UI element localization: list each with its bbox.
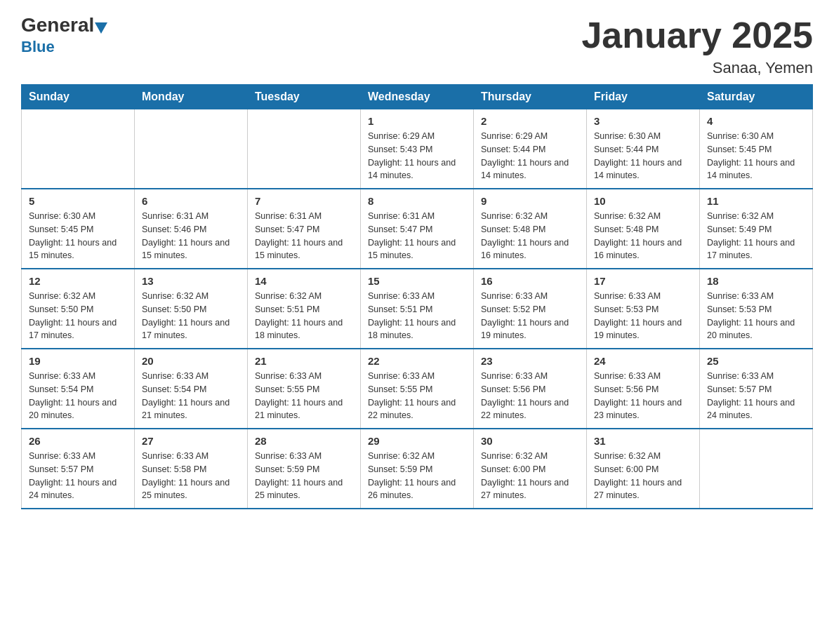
logo: General Blue	[21, 14, 107, 56]
day-number: 31	[594, 435, 692, 447]
calendar-day-14: 14Sunrise: 6:32 AM Sunset: 5:51 PM Dayli…	[248, 269, 361, 349]
day-info: Sunrise: 6:33 AM Sunset: 5:57 PM Dayligh…	[29, 450, 127, 502]
calendar-day-11: 11Sunrise: 6:32 AM Sunset: 5:49 PM Dayli…	[700, 189, 813, 269]
calendar-day-21: 21Sunrise: 6:33 AM Sunset: 5:55 PM Dayli…	[248, 349, 361, 429]
day-number: 3	[594, 115, 692, 127]
calendar-day-7: 7Sunrise: 6:31 AM Sunset: 5:47 PM Daylig…	[248, 189, 361, 269]
calendar-day-15: 15Sunrise: 6:33 AM Sunset: 5:51 PM Dayli…	[361, 269, 474, 349]
title-area: January 2025 Sanaa, Yemen	[581, 14, 813, 77]
day-info: Sunrise: 6:32 AM Sunset: 5:51 PM Dayligh…	[255, 290, 353, 342]
calendar-day-4: 4Sunrise: 6:30 AM Sunset: 5:45 PM Daylig…	[700, 109, 813, 189]
calendar-empty-cell	[248, 109, 361, 189]
day-number: 28	[255, 435, 353, 447]
day-number: 30	[481, 435, 579, 447]
day-info: Sunrise: 6:32 AM Sunset: 5:50 PM Dayligh…	[142, 290, 240, 342]
day-info: Sunrise: 6:32 AM Sunset: 6:00 PM Dayligh…	[594, 450, 692, 502]
calendar-day-18: 18Sunrise: 6:33 AM Sunset: 5:53 PM Dayli…	[700, 269, 813, 349]
day-header-tuesday: Tuesday	[248, 85, 361, 109]
day-number: 6	[142, 195, 240, 207]
day-info: Sunrise: 6:32 AM Sunset: 5:48 PM Dayligh…	[594, 210, 692, 262]
day-info: Sunrise: 6:33 AM Sunset: 5:51 PM Dayligh…	[368, 290, 466, 342]
calendar-day-28: 28Sunrise: 6:33 AM Sunset: 5:59 PM Dayli…	[248, 429, 361, 509]
day-info: Sunrise: 6:31 AM Sunset: 5:46 PM Dayligh…	[142, 210, 240, 262]
day-number: 13	[142, 275, 240, 287]
day-number: 14	[255, 275, 353, 287]
day-number: 21	[255, 355, 353, 367]
day-number: 27	[142, 435, 240, 447]
calendar-day-30: 30Sunrise: 6:32 AM Sunset: 6:00 PM Dayli…	[474, 429, 587, 509]
day-info: Sunrise: 6:33 AM Sunset: 5:59 PM Dayligh…	[255, 450, 353, 502]
calendar-table: SundayMondayTuesdayWednesdayThursdayFrid…	[21, 84, 813, 509]
day-number: 9	[481, 195, 579, 207]
day-number: 26	[29, 435, 127, 447]
calendar-day-22: 22Sunrise: 6:33 AM Sunset: 5:55 PM Dayli…	[361, 349, 474, 429]
day-info: Sunrise: 6:31 AM Sunset: 5:47 PM Dayligh…	[368, 210, 466, 262]
calendar-day-3: 3Sunrise: 6:30 AM Sunset: 5:44 PM Daylig…	[587, 109, 700, 189]
day-number: 12	[29, 275, 127, 287]
day-number: 19	[29, 355, 127, 367]
calendar-day-12: 12Sunrise: 6:32 AM Sunset: 5:50 PM Dayli…	[22, 269, 135, 349]
day-info: Sunrise: 6:33 AM Sunset: 5:54 PM Dayligh…	[29, 370, 127, 422]
day-number: 2	[481, 115, 579, 127]
day-info: Sunrise: 6:30 AM Sunset: 5:45 PM Dayligh…	[707, 130, 805, 182]
day-number: 15	[368, 275, 466, 287]
calendar-title: January 2025	[581, 14, 813, 56]
calendar-day-1: 1Sunrise: 6:29 AM Sunset: 5:43 PM Daylig…	[361, 109, 474, 189]
logo-general-text: General	[21, 14, 94, 36]
calendar-week-row: 1Sunrise: 6:29 AM Sunset: 5:43 PM Daylig…	[22, 109, 813, 189]
calendar-week-row: 5Sunrise: 6:30 AM Sunset: 5:45 PM Daylig…	[22, 189, 813, 269]
day-number: 1	[368, 115, 466, 127]
calendar-day-5: 5Sunrise: 6:30 AM Sunset: 5:45 PM Daylig…	[22, 189, 135, 269]
logo-triangle-icon	[95, 22, 107, 34]
calendar-empty-cell	[700, 429, 813, 509]
day-header-sunday: Sunday	[22, 85, 135, 109]
day-number: 5	[29, 195, 127, 207]
day-header-thursday: Thursday	[474, 85, 587, 109]
day-info: Sunrise: 6:33 AM Sunset: 5:55 PM Dayligh…	[368, 370, 466, 422]
calendar-day-31: 31Sunrise: 6:32 AM Sunset: 6:00 PM Dayli…	[587, 429, 700, 509]
day-number: 17	[594, 275, 692, 287]
day-number: 16	[481, 275, 579, 287]
day-number: 7	[255, 195, 353, 207]
day-number: 10	[594, 195, 692, 207]
calendar-day-13: 13Sunrise: 6:32 AM Sunset: 5:50 PM Dayli…	[135, 269, 248, 349]
day-info: Sunrise: 6:32 AM Sunset: 5:48 PM Dayligh…	[481, 210, 579, 262]
day-header-monday: Monday	[135, 85, 248, 109]
calendar-day-20: 20Sunrise: 6:33 AM Sunset: 5:54 PM Dayli…	[135, 349, 248, 429]
calendar-day-2: 2Sunrise: 6:29 AM Sunset: 5:44 PM Daylig…	[474, 109, 587, 189]
calendar-day-8: 8Sunrise: 6:31 AM Sunset: 5:47 PM Daylig…	[361, 189, 474, 269]
day-header-saturday: Saturday	[700, 85, 813, 109]
calendar-day-9: 9Sunrise: 6:32 AM Sunset: 5:48 PM Daylig…	[474, 189, 587, 269]
page-header: General Blue January 2025 Sanaa, Yemen	[21, 14, 813, 77]
calendar-week-row: 19Sunrise: 6:33 AM Sunset: 5:54 PM Dayli…	[22, 349, 813, 429]
day-number: 29	[368, 435, 466, 447]
day-info: Sunrise: 6:32 AM Sunset: 5:50 PM Dayligh…	[29, 290, 127, 342]
day-info: Sunrise: 6:33 AM Sunset: 5:53 PM Dayligh…	[707, 290, 805, 342]
calendar-day-23: 23Sunrise: 6:33 AM Sunset: 5:56 PM Dayli…	[474, 349, 587, 429]
calendar-day-29: 29Sunrise: 6:32 AM Sunset: 5:59 PM Dayli…	[361, 429, 474, 509]
day-number: 4	[707, 115, 805, 127]
day-info: Sunrise: 6:33 AM Sunset: 5:56 PM Dayligh…	[481, 370, 579, 422]
day-info: Sunrise: 6:30 AM Sunset: 5:45 PM Dayligh…	[29, 210, 127, 262]
day-info: Sunrise: 6:33 AM Sunset: 5:55 PM Dayligh…	[255, 370, 353, 422]
day-info: Sunrise: 6:33 AM Sunset: 5:52 PM Dayligh…	[481, 290, 579, 342]
calendar-day-24: 24Sunrise: 6:33 AM Sunset: 5:56 PM Dayli…	[587, 349, 700, 429]
day-info: Sunrise: 6:33 AM Sunset: 5:53 PM Dayligh…	[594, 290, 692, 342]
day-number: 18	[707, 275, 805, 287]
day-number: 22	[368, 355, 466, 367]
day-number: 24	[594, 355, 692, 367]
day-info: Sunrise: 6:33 AM Sunset: 5:54 PM Dayligh…	[142, 370, 240, 422]
day-header-wednesday: Wednesday	[361, 85, 474, 109]
calendar-day-25: 25Sunrise: 6:33 AM Sunset: 5:57 PM Dayli…	[700, 349, 813, 429]
day-number: 11	[707, 195, 805, 207]
day-info: Sunrise: 6:33 AM Sunset: 5:56 PM Dayligh…	[594, 370, 692, 422]
day-info: Sunrise: 6:29 AM Sunset: 5:43 PM Dayligh…	[368, 130, 466, 182]
day-info: Sunrise: 6:32 AM Sunset: 6:00 PM Dayligh…	[481, 450, 579, 502]
calendar-week-row: 26Sunrise: 6:33 AM Sunset: 5:57 PM Dayli…	[22, 429, 813, 509]
calendar-day-16: 16Sunrise: 6:33 AM Sunset: 5:52 PM Dayli…	[474, 269, 587, 349]
calendar-day-27: 27Sunrise: 6:33 AM Sunset: 5:58 PM Dayli…	[135, 429, 248, 509]
calendar-header-row: SundayMondayTuesdayWednesdayThursdayFrid…	[22, 85, 813, 109]
calendar-day-10: 10Sunrise: 6:32 AM Sunset: 5:48 PM Dayli…	[587, 189, 700, 269]
day-info: Sunrise: 6:31 AM Sunset: 5:47 PM Dayligh…	[255, 210, 353, 262]
day-number: 23	[481, 355, 579, 367]
